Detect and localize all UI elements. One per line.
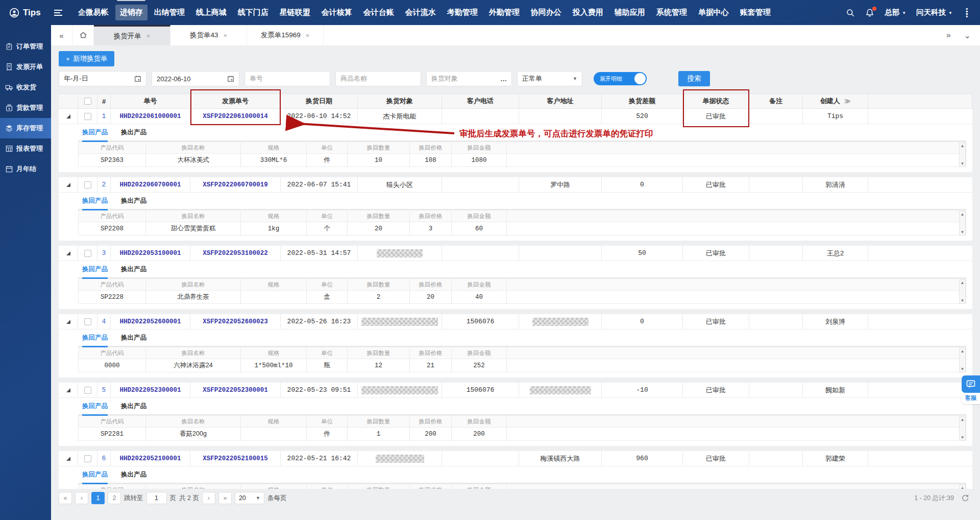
column-header-num[interactable]: #: [97, 94, 111, 108]
order-no-input[interactable]: 单号: [244, 71, 330, 86]
topnav-item-7[interactable]: 会计台账: [359, 5, 399, 20]
home-tab-icon[interactable]: [72, 25, 94, 45]
table-row[interactable]: 4HHD2022052600001XSFP20220526000232022-0…: [59, 314, 972, 329]
topnav-item-4[interactable]: 线下门店: [233, 5, 273, 20]
detail-tab-0[interactable]: 换回产品: [82, 265, 108, 279]
topnav-item-10[interactable]: 外勤管理: [484, 5, 524, 20]
close-icon[interactable]: ×: [146, 32, 151, 40]
add-exchange-order-button[interactable]: + 新增换货单: [59, 51, 114, 66]
column-header-diff[interactable]: 换货差额: [602, 94, 683, 108]
row-expand-cell[interactable]: [59, 451, 78, 466]
scroll-down-icon[interactable]: ▼: [960, 366, 965, 372]
expand-row-icon[interactable]: [66, 114, 70, 119]
tab-0[interactable]: 换货开单×: [94, 25, 170, 45]
sidebar-item-5[interactable]: 报表管理: [0, 138, 51, 159]
expand-row-icon[interactable]: [66, 388, 70, 392]
detail-tab-1[interactable]: 换出产品: [121, 334, 146, 346]
cell-order[interactable]: HHD2022060700001: [111, 177, 190, 192]
topnav-item-16[interactable]: 账套管理: [736, 5, 775, 20]
cell-invoice[interactable]: XSFP2022060700019: [190, 177, 281, 192]
column-header-addr[interactable]: 客户地址: [519, 94, 602, 108]
topnav-item-6[interactable]: 会计核算: [317, 5, 357, 20]
row-checkbox[interactable]: [84, 113, 91, 120]
detail-tab-0[interactable]: 换回产品: [82, 334, 108, 347]
topnav-item-3[interactable]: 线上商城: [191, 5, 231, 20]
detail-tab-0[interactable]: 换回产品: [82, 128, 108, 142]
row-checkbox-cell[interactable]: [78, 246, 97, 261]
date-start-input[interactable]: 年-月-日: [59, 71, 146, 86]
row-expand-cell[interactable]: [59, 109, 78, 124]
search-button[interactable]: 搜索: [678, 71, 710, 86]
column-header-status[interactable]: 单据状态: [683, 94, 749, 108]
cell-order[interactable]: HHD2022052300001: [111, 383, 190, 397]
column-header-creator[interactable]: 创建人≫: [803, 94, 868, 108]
row-checkbox-cell[interactable]: [78, 451, 97, 466]
detail-scrollbar[interactable]: ▲▼: [959, 348, 966, 372]
topnav-item-1[interactable]: 进销存: [115, 5, 148, 20]
search-icon[interactable]: [846, 8, 855, 17]
column-header-order[interactable]: 单号: [111, 94, 190, 108]
select-all-checkbox[interactable]: [84, 98, 91, 105]
sidebar-item-0[interactable]: 订单管理: [0, 36, 51, 57]
scroll-up-icon[interactable]: ▲: [960, 280, 965, 286]
topnav-item-15[interactable]: 单据中心: [694, 5, 733, 20]
detail-tab-0[interactable]: 换回产品: [82, 470, 108, 484]
scroll-up-icon[interactable]: ▲: [960, 417, 965, 422]
cell-invoice[interactable]: XSFP2022052100015: [190, 451, 281, 466]
row-checkbox[interactable]: [84, 250, 91, 257]
detail-scrollbar[interactable]: ▲▼: [959, 143, 966, 167]
topnav-item-12[interactable]: 投入费用: [568, 5, 608, 20]
prev-page-button[interactable]: ‹: [75, 492, 88, 504]
detail-tab-0[interactable]: 换回产品: [82, 197, 108, 210]
sidebar-item-2[interactable]: 收发货: [0, 77, 51, 98]
scroll-up-icon[interactable]: ▲: [960, 348, 965, 354]
detail-scrollbar[interactable]: ▲▼: [959, 211, 966, 235]
scroll-down-icon[interactable]: ▼: [960, 229, 965, 235]
detail-tab-1[interactable]: 换出产品: [121, 265, 146, 277]
topnav-item-9[interactable]: 考勤管理: [443, 5, 482, 20]
column-header-invoice[interactable]: 发票单号: [190, 94, 281, 108]
topnav-item-0[interactable]: 企微易帐: [74, 5, 113, 20]
more-options-icon[interactable]: ⋮⋮: [963, 10, 971, 15]
column-header-note[interactable]: 备注: [749, 94, 803, 108]
scroll-up-icon[interactable]: ▲: [960, 211, 965, 217]
sidebar-item-1[interactable]: 发票开单: [0, 57, 51, 77]
scroll-down-icon[interactable]: ▼: [960, 161, 965, 167]
topnav-item-14[interactable]: 系统管理: [652, 5, 692, 20]
detail-scrollbar[interactable]: ▲▼: [959, 279, 966, 304]
menu-hamburger-icon[interactable]: [54, 10, 62, 16]
cell-order[interactable]: HHD2022052600001: [111, 314, 190, 329]
cell-invoice[interactable]: XSFP2022052300001: [190, 383, 281, 397]
detail-tab-1[interactable]: 换出产品: [121, 128, 146, 140]
row-checkbox-cell[interactable]: [78, 314, 97, 329]
expand-row-icon[interactable]: [66, 320, 70, 324]
topnav-item-8[interactable]: 会计流水: [401, 5, 440, 20]
first-page-button[interactable]: «: [59, 492, 72, 504]
brand[interactable]: Tips: [9, 8, 41, 18]
row-checkbox-cell[interactable]: [78, 109, 97, 124]
row-expand-cell[interactable]: [59, 177, 78, 192]
collapse-tabs-icon[interactable]: «: [51, 25, 72, 45]
tab-1[interactable]: 换货单43×: [170, 25, 247, 45]
last-page-button[interactable]: »: [218, 492, 232, 504]
row-checkbox[interactable]: [84, 387, 91, 394]
sidebar-item-3[interactable]: ¥货款管理: [0, 98, 51, 118]
sidebar-item-4[interactable]: 库存管理: [0, 118, 51, 138]
row-expand-cell[interactable]: [59, 383, 78, 397]
detail-tab-1[interactable]: 换出产品: [121, 470, 146, 483]
detail-tab-0[interactable]: 换回产品: [82, 402, 108, 416]
column-expander-icon[interactable]: ≫: [844, 98, 851, 105]
tab-2[interactable]: 发票单15969×: [247, 25, 324, 45]
cell-order[interactable]: HHD2022053100001: [111, 246, 190, 261]
row-expand-cell[interactable]: [59, 246, 78, 261]
row-checkbox[interactable]: [84, 455, 91, 462]
expand-row-icon[interactable]: [66, 183, 70, 187]
company-dropdown[interactable]: 问天科技▼: [916, 8, 952, 17]
detail-scrollbar[interactable]: ▲▼: [959, 416, 966, 441]
row-checkbox[interactable]: [84, 318, 91, 325]
notification-bell-icon[interactable]: [865, 8, 874, 17]
page-size-select[interactable]: 20 ▼: [235, 492, 264, 504]
ellipsis-picker-icon[interactable]: …: [500, 75, 507, 83]
expand-detail-toggle[interactable]: 展开明细: [594, 72, 647, 85]
exchange-target-input[interactable]: 换货对象 …: [426, 71, 512, 86]
